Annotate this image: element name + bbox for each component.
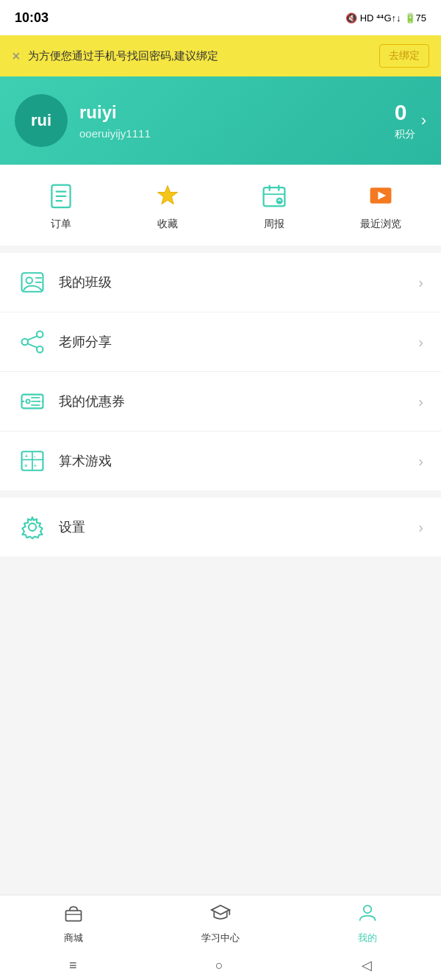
avatar: rui	[15, 94, 68, 147]
menu-system-button[interactable]: ≡	[69, 958, 77, 973]
banner-close-button[interactable]: ×	[12, 48, 21, 65]
learning-icon	[210, 903, 231, 929]
weekly-icon	[258, 179, 290, 212]
action-weekly[interactable]: 周报	[220, 179, 327, 231]
class-label: 我的班级	[59, 273, 418, 291]
learning-label: 学习中心	[201, 931, 240, 945]
coupon-arrow-icon: ›	[418, 393, 423, 410]
back-system-button[interactable]: ◁	[362, 957, 372, 973]
quick-actions: 订单 收藏 周报	[0, 165, 441, 246]
shop-icon	[63, 903, 84, 929]
settings-icon	[18, 512, 47, 542]
game-label: 算术游戏	[59, 452, 418, 470]
profile-info: ruiyi ooeruiyijy1111	[79, 102, 383, 140]
weekly-label: 周报	[264, 218, 284, 231]
settings-arrow-icon: ›	[418, 519, 423, 536]
hd-label: HD	[360, 12, 374, 24]
svg-point-26	[26, 399, 30, 403]
svg-marker-4	[157, 186, 177, 204]
share-arrow-icon: ›	[418, 334, 423, 351]
status-icons: 🔇 HD ⁴⁴G↑↓ 🔋75	[345, 12, 426, 24]
svg-point-19	[22, 339, 29, 346]
orders-icon	[45, 179, 77, 212]
menu-item-settings[interactable]: 设置 ›	[0, 498, 441, 557]
battery-icon: 🔋75	[404, 12, 426, 24]
svg-point-37	[29, 523, 36, 531]
svg-point-41	[364, 906, 372, 914]
svg-point-18	[37, 332, 43, 338]
menu-item-class[interactable]: 我的班级 ›	[0, 253, 441, 312]
notification-banner: × 为方便您通过手机号找回密码,建议绑定 去绑定	[0, 35, 441, 76]
coupon-icon	[18, 387, 47, 416]
coupon-label: 我的优惠券	[59, 393, 418, 410]
recent-icon	[365, 179, 397, 212]
mine-icon	[357, 903, 378, 929]
menu-item-coupon[interactable]: 我的优惠券 ›	[0, 372, 441, 432]
svg-text:×: ×	[24, 462, 28, 469]
nav-mine[interactable]: 我的	[294, 903, 441, 945]
class-icon	[18, 268, 47, 297]
menu-section: 我的班级 › 老师分享 ›	[0, 253, 441, 490]
svg-rect-38	[66, 911, 82, 921]
action-orders[interactable]: 订单	[7, 179, 114, 231]
menu-item-game[interactable]: + - × ÷ 算术游戏 ›	[0, 432, 441, 490]
shop-label: 商城	[64, 931, 83, 945]
settings-label: 设置	[59, 518, 418, 536]
points-arrow-icon: ›	[421, 111, 426, 130]
game-arrow-icon: ›	[418, 453, 423, 470]
bottom-nav: 商城 学习中心 我的	[0, 895, 441, 951]
bind-phone-button[interactable]: 去绑定	[379, 44, 429, 68]
profile-points[interactable]: 0 积分 ›	[395, 100, 426, 141]
svg-text:+: +	[25, 453, 29, 459]
status-bar: 10:03 🔇 HD ⁴⁴G↑↓ 🔋75	[0, 0, 441, 35]
points-label: 积分	[395, 128, 415, 141]
system-nav: ≡ ○ ◁	[0, 951, 441, 980]
svg-text:÷: ÷	[34, 462, 37, 469]
favorites-label: 收藏	[157, 218, 178, 231]
favorites-icon	[151, 179, 184, 212]
profile-id: ooeruiyijy1111	[79, 127, 383, 140]
profile-name: ruiyi	[79, 102, 383, 123]
orders-label: 订单	[51, 218, 71, 231]
action-favorites[interactable]: 收藏	[114, 179, 220, 231]
svg-point-9	[276, 198, 282, 204]
class-arrow-icon: ›	[418, 274, 423, 291]
svg-line-22	[28, 344, 37, 348]
mine-label: 我的	[358, 931, 377, 945]
menu-item-share[interactable]: 老师分享 ›	[0, 312, 441, 372]
game-icon: + - × ÷	[18, 446, 47, 476]
mute-icon: 🔇	[345, 12, 357, 24]
banner-text: 为方便您通过手机号找回密码,建议绑定	[28, 48, 372, 65]
points-number: 0	[395, 100, 415, 125]
svg-point-20	[37, 346, 43, 353]
nav-learning[interactable]: 学习中心	[147, 903, 294, 945]
recent-label: 最近浏览	[360, 218, 401, 231]
nav-shop[interactable]: 商城	[0, 903, 147, 945]
home-system-button[interactable]: ○	[215, 958, 223, 973]
share-label: 老师分享	[59, 333, 418, 351]
svg-point-15	[26, 277, 33, 284]
action-recent[interactable]: 最近浏览	[327, 179, 434, 231]
svg-line-21	[28, 336, 37, 340]
settings-section: 设置 ›	[0, 498, 441, 557]
share-icon	[18, 327, 47, 357]
svg-text:-: -	[34, 453, 36, 459]
signal-4g1: ⁴⁴G↑↓	[376, 12, 401, 24]
status-time: 10:03	[15, 10, 49, 26]
profile-header: rui ruiyi ooeruiyijy1111 0 积分 ›	[0, 76, 441, 165]
